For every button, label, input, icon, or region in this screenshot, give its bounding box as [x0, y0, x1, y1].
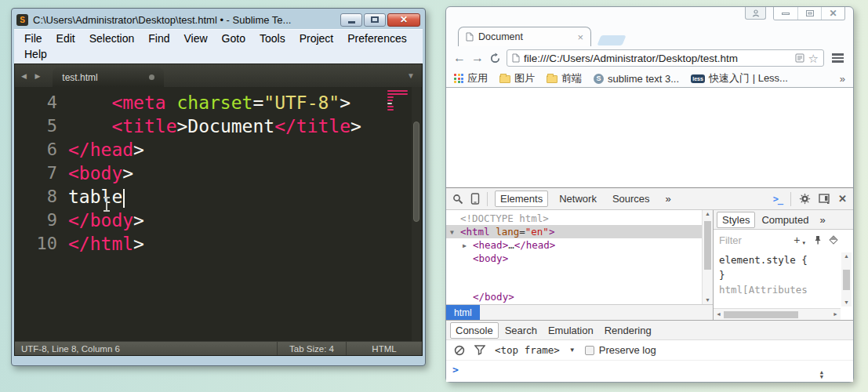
- maximize-button[interactable]: [797, 7, 821, 20]
- element-state-icon[interactable]: [829, 235, 837, 244]
- scroll-down-icon[interactable]: ▼: [841, 299, 852, 307]
- settings-gear-icon[interactable]: [799, 193, 811, 205]
- code-line-7[interactable]: 7<body>: [15, 162, 422, 185]
- menu-item-tools[interactable]: Tools: [252, 31, 292, 46]
- dock-side-icon[interactable]: [819, 194, 830, 204]
- bookmarks-overflow-icon[interactable]: »: [840, 73, 845, 85]
- new-style-rule-icon[interactable]: +: [794, 234, 800, 246]
- styles-filter-input[interactable]: Filter: [719, 234, 742, 246]
- preserve-log-checkbox[interactable]: [585, 346, 594, 355]
- tab-scroll-arrows-icon[interactable]: ◀ ▶: [21, 72, 43, 80]
- chrome-titlebar[interactable]: ✕: [446, 7, 853, 26]
- bookmark-3[interactable]: 前端: [547, 71, 582, 85]
- browser-tab-document[interactable]: Document ×: [458, 27, 591, 46]
- devtools-tab-sources[interactable]: Sources: [608, 191, 655, 207]
- chrome-menu-button[interactable]: [830, 50, 846, 66]
- styles-tab-styles[interactable]: Styles: [717, 212, 755, 228]
- tree-row[interactable]: </body>: [446, 290, 713, 303]
- page-content[interactable]: [446, 87, 853, 187]
- bookmark-5[interactable]: less快速入门 | Less...: [691, 71, 788, 85]
- menu-item-project[interactable]: Project: [292, 31, 341, 46]
- code-line-6[interactable]: 6</head>: [15, 138, 422, 162]
- console-tab-emulation[interactable]: Emulation: [543, 322, 598, 339]
- styles-hscrollbar-thumb[interactable]: [724, 311, 798, 318]
- devtools-tab-overflow[interactable]: »: [661, 191, 676, 207]
- menu-item-find[interactable]: Find: [141, 31, 176, 46]
- devtools-tab-network[interactable]: Network: [554, 191, 601, 207]
- scroll-up-icon[interactable]: ▲: [703, 210, 713, 218]
- bookmark-1[interactable]: 应用: [454, 71, 488, 85]
- styles-tab-overflow[interactable]: »: [815, 212, 830, 228]
- syntax-status[interactable]: HTML: [346, 342, 422, 355]
- menu-item-edit[interactable]: Edit: [49, 31, 82, 46]
- code-line-8[interactable]: 8table: [15, 185, 422, 209]
- style-rule-line[interactable]: html[Attributes: [719, 282, 853, 297]
- bookmark-star-icon[interactable]: ☆: [808, 53, 819, 64]
- console-tab-console[interactable]: Console: [450, 322, 499, 339]
- menu-item-preferences[interactable]: Preferences: [340, 31, 413, 46]
- frame-selector[interactable]: <top frame>: [495, 344, 560, 356]
- style-rule-line[interactable]: element.style {: [719, 252, 853, 267]
- scroll-right-icon[interactable]: ►: [833, 311, 838, 317]
- forward-button[interactable]: →: [471, 52, 484, 64]
- editor-scrollbar[interactable]: [412, 87, 421, 341]
- editor-scrollbar-thumb[interactable]: [413, 122, 419, 222]
- tree-row[interactable]: ▼<html lang="en">: [446, 225, 713, 238]
- menu-item-selection[interactable]: Selection: [82, 31, 142, 46]
- styles-scrollbar[interactable]: ▲ ▼: [841, 252, 852, 307]
- page-action-icon[interactable]: [795, 53, 804, 63]
- bookmark-4[interactable]: Ssublime text 3...: [594, 73, 679, 85]
- elements-scrollbar-thumb[interactable]: [704, 221, 711, 270]
- breadcrumb-html[interactable]: html: [446, 305, 480, 320]
- code-line-10[interactable]: 10</html>: [15, 232, 422, 256]
- close-button[interactable]: ✕: [821, 7, 844, 20]
- inspect-magnifier-icon[interactable]: [452, 194, 463, 205]
- menu-item-view[interactable]: View: [177, 31, 215, 46]
- minimap[interactable]: [387, 90, 409, 112]
- styles-tab-computed[interactable]: Computed: [757, 212, 813, 228]
- scroll-up-icon[interactable]: ▲: [841, 252, 852, 260]
- code-line-9[interactable]: 9</body>: [15, 209, 422, 232]
- scroll-updown-icon[interactable]: ▲▼: [820, 370, 823, 379]
- minimize-button[interactable]: [774, 7, 797, 20]
- tab-close-icon[interactable]: ×: [577, 32, 583, 42]
- menu-item-goto[interactable]: Goto: [215, 31, 252, 46]
- console-tab-rendering[interactable]: Rendering: [600, 322, 656, 339]
- pin-icon[interactable]: [814, 235, 822, 245]
- clear-console-icon[interactable]: [454, 345, 465, 356]
- filter-funnel-icon[interactable]: [474, 345, 485, 355]
- console-input[interactable]: > ▲▼: [446, 360, 853, 382]
- frame-dropdown-caret-icon[interactable]: ▼: [569, 347, 576, 354]
- tree-row[interactable]: <body>: [446, 252, 713, 265]
- menu-item-file[interactable]: File: [17, 31, 49, 46]
- maximize-button[interactable]: [364, 13, 386, 27]
- back-button[interactable]: ←: [453, 52, 466, 64]
- console-drawer-icon[interactable]: >_: [773, 194, 783, 205]
- menu-item-help[interactable]: Help: [17, 46, 54, 62]
- code-line-5[interactable]: 5 <title>Document</title>: [15, 114, 422, 138]
- code-line-4[interactable]: 4 <meta charset="UTF-8">: [15, 91, 422, 114]
- device-mode-icon[interactable]: [470, 193, 480, 205]
- editor-tab-test-html[interactable]: test.html: [53, 67, 164, 87]
- code-area[interactable]: 4 <meta charset="UTF-8">5 <title>Documen…: [15, 87, 422, 341]
- tree-row[interactable]: ▶<head>…</head>: [446, 238, 713, 252]
- tree-row[interactable]: <!DOCTYPE html>: [446, 212, 713, 225]
- minimize-button[interactable]: [340, 13, 362, 27]
- close-button[interactable]: ✕: [387, 13, 420, 27]
- devtools-close-icon[interactable]: ✕: [838, 193, 847, 205]
- devtools-tab-elements[interactable]: Elements: [495, 191, 548, 207]
- bookmark-2[interactable]: 图片: [499, 71, 535, 85]
- expand-arrow-icon[interactable]: ▼: [450, 226, 454, 239]
- refresh-button[interactable]: [489, 53, 501, 64]
- scroll-down-icon[interactable]: ▼: [703, 296, 713, 304]
- elements-scrollbar[interactable]: ▲ ▼: [702, 210, 713, 304]
- console-tab-search[interactable]: Search: [500, 322, 542, 339]
- style-rule-line[interactable]: }: [719, 267, 853, 282]
- sublime-titlebar[interactable]: S C:\Users\Administrator\Desktop\test.ht…: [14, 10, 423, 29]
- profile-button[interactable]: [745, 7, 766, 20]
- collapse-arrow-icon[interactable]: ▶: [463, 239, 467, 252]
- tab-overflow-icon[interactable]: ▼: [407, 71, 415, 80]
- new-tab-button[interactable]: [597, 35, 626, 45]
- styles-hscrollbar[interactable]: ◄ ►: [714, 308, 841, 320]
- scroll-left-icon[interactable]: ◄: [716, 311, 721, 317]
